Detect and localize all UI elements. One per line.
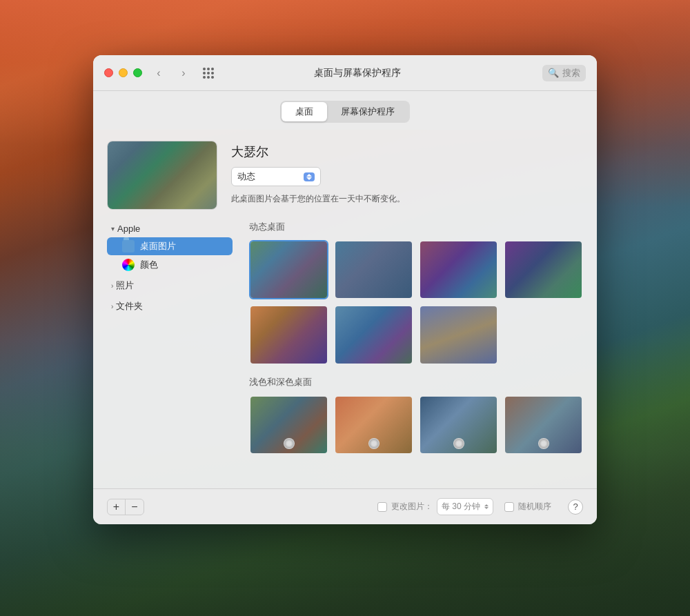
chevron-right-icon2: › — [111, 303, 113, 310]
interval-arrow-down — [484, 507, 489, 509]
minimize-button[interactable] — [119, 68, 128, 77]
category-folders-header[interactable]: › 文件夹 — [107, 297, 233, 315]
light-indicator-4 — [538, 438, 549, 449]
wallpaper-thumb-5[interactable] — [249, 305, 328, 364]
maximize-button[interactable] — [133, 68, 142, 77]
wallpaper-area: 动态桌面 — [238, 221, 583, 477]
interval-arrow-up — [484, 504, 489, 506]
preview-section: 大瑟尔 动态 此桌面图片会基于您的位置在一天中不断变化。 — [107, 141, 583, 210]
category-photos-header[interactable]: › 照片 — [107, 277, 233, 295]
light-indicator-2 — [368, 438, 379, 449]
wallpaper-name: 大瑟尔 — [231, 143, 405, 160]
category-apple-label: Apple — [117, 223, 140, 234]
wallpaper-image-1 — [250, 241, 327, 298]
interval-label: 每 30 分钟 — [442, 501, 480, 513]
random-order-checkbox[interactable] — [504, 502, 514, 512]
wallpaper-thumb-8[interactable] — [249, 395, 328, 455]
dropdown-arrows — [304, 172, 315, 181]
interval-arrows — [484, 504, 489, 509]
help-button[interactable]: ? — [568, 499, 583, 515]
window-title: 桌面与屏幕保护程序 — [181, 67, 534, 79]
remove-button[interactable]: − — [126, 499, 144, 515]
chevron-down-icon: ▾ — [111, 225, 115, 232]
wallpaper-image-7 — [420, 306, 497, 363]
light-indicator-3 — [453, 438, 464, 449]
wallpaper-thumb-9[interactable] — [334, 395, 413, 455]
preview-description: 此桌面图片会基于您的位置在一天中不断变化。 — [231, 193, 405, 205]
category-folders-label: 文件夹 — [116, 300, 143, 312]
change-picture-checkbox[interactable] — [377, 502, 387, 512]
preview-thumbnail — [107, 141, 217, 210]
wallpaper-image-2 — [335, 241, 412, 298]
tab-desktop[interactable]: 桌面 — [282, 102, 327, 121]
category-apple-header[interactable]: ▾ Apple — [107, 221, 233, 237]
category-apple: ▾ Apple 桌面图片 颜色 — [107, 221, 233, 274]
dynamic-dropdown[interactable]: 动态 — [231, 167, 321, 186]
two-column-layout: ▾ Apple 桌面图片 颜色 — [107, 221, 583, 477]
add-button[interactable]: + — [108, 499, 126, 515]
color-wheel-icon — [122, 259, 135, 271]
traffic-lights — [104, 68, 142, 77]
desktop-pictures-label: 桌面图片 — [140, 240, 176, 252]
search-icon: 🔍 — [548, 68, 559, 78]
sidebar: ▾ Apple 桌面图片 颜色 — [107, 221, 238, 477]
light-indicator-1 — [284, 438, 295, 449]
dynamic-section-title: 动态桌面 — [249, 221, 583, 233]
change-picture-label: 更改图片： — [391, 501, 433, 513]
wallpaper-thumb-1[interactable] — [249, 240, 328, 299]
tab-screensaver[interactable]: 屏幕保护程序 — [327, 102, 408, 121]
sidebar-item-desktop-pictures[interactable]: 桌面图片 — [107, 237, 233, 255]
tab-container: 桌面 屏幕保护程序 — [280, 101, 410, 123]
interval-dropdown[interactable]: 每 30 分钟 — [437, 498, 493, 515]
search-placeholder: 搜索 — [562, 67, 580, 79]
wallpaper-image-5 — [250, 306, 327, 363]
folder-icon — [122, 240, 135, 252]
sidebar-item-colors[interactable]: 颜色 — [107, 256, 233, 274]
lightdark-wallpaper-grid — [249, 395, 583, 455]
wallpaper-thumb-4[interactable] — [504, 240, 583, 299]
bottom-right: 更改图片： 每 30 分钟 随机顺序 ? — [377, 498, 583, 515]
main-area: 大瑟尔 动态 此桌面图片会基于您的位置在一天中不断变化。 — [93, 130, 597, 488]
wallpaper-thumb-7[interactable] — [419, 305, 498, 364]
category-photos-label: 照片 — [116, 279, 134, 292]
change-picture-row: 更改图片： 每 30 分钟 — [377, 498, 493, 515]
random-order-row: 随机顺序 — [504, 501, 551, 513]
add-remove-buttons: + − — [107, 499, 144, 515]
titlebar: ‹ › 桌面与屏幕保护程序 🔍 搜索 — [93, 55, 597, 91]
tabs-row: 桌面 屏幕保护程序 — [93, 91, 597, 130]
wallpaper-thumb-6[interactable] — [334, 305, 413, 364]
bottom-bar: + − 更改图片： 每 30 分钟 — [93, 488, 597, 524]
wallpaper-image-3 — [420, 241, 497, 298]
back-button[interactable]: ‹ — [150, 65, 167, 81]
wallpaper-thumb-2[interactable] — [334, 240, 413, 299]
arrow-up-icon — [306, 174, 312, 177]
category-photos: › 照片 — [107, 277, 233, 295]
close-button[interactable] — [104, 68, 113, 77]
dynamic-wallpaper-grid — [249, 240, 583, 365]
colors-label: 颜色 — [140, 259, 158, 271]
random-order-label: 随机顺序 — [518, 501, 551, 513]
dropdown-label: 动态 — [237, 170, 298, 183]
preview-info: 大瑟尔 动态 此桌面图片会基于您的位置在一天中不断变化。 — [231, 141, 405, 210]
lightdark-section-title: 浅色和深色桌面 — [249, 376, 583, 388]
wallpaper-image-6 — [335, 306, 412, 363]
category-folders: › 文件夹 — [107, 297, 233, 315]
preferences-window: ‹ › 桌面与屏幕保护程序 🔍 搜索 桌面 屏幕保护程序 — [93, 55, 597, 524]
search-bar[interactable]: 🔍 搜索 — [542, 65, 586, 81]
window-content: 桌面 屏幕保护程序 大瑟尔 动态 — [93, 91, 597, 524]
preview-image — [108, 141, 217, 209]
wallpaper-thumb-11[interactable] — [504, 395, 583, 455]
chevron-right-icon: › — [111, 282, 113, 290]
wallpaper-thumb-3[interactable] — [419, 240, 498, 299]
wallpaper-image-4 — [505, 241, 582, 298]
arrow-down-icon — [306, 177, 312, 180]
wallpaper-thumb-10[interactable] — [419, 395, 498, 455]
